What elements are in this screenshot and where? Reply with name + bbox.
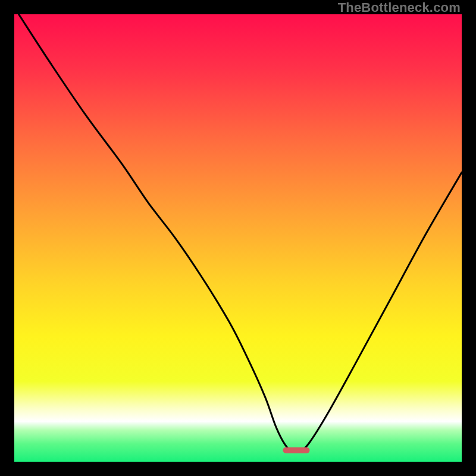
- watermark-text: TheBottleneck.com: [338, 0, 461, 15]
- chart-frame: TheBottleneck.com: [0, 0, 476, 476]
- bottleneck-curve: [19, 14, 462, 451]
- optimal-marker: [283, 447, 309, 453]
- curve-svg: [14, 14, 462, 462]
- plot-area: [14, 14, 462, 462]
